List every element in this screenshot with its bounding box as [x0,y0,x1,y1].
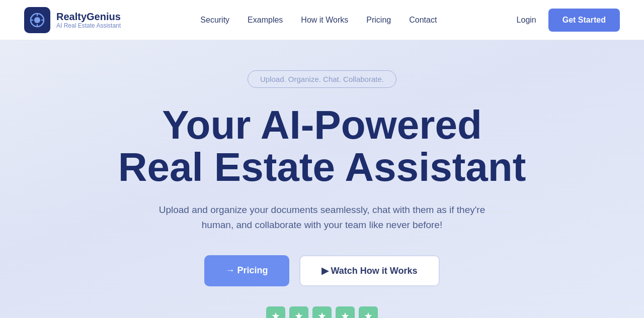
star-4: ★ [336,306,355,318]
pricing-button[interactable]: → Pricing [204,255,289,286]
star-5: ★ [359,306,378,318]
hero-title: Your AI-Powered Real Estate Assistant [118,104,526,188]
login-link[interactable]: Login [517,16,536,25]
star-1: ★ [266,306,285,318]
brand-tagline: AI Real Estate Assistant [56,22,121,29]
hero-title-line2: Real Estate Assistant [118,145,526,189]
nav-how-it-works[interactable]: How it Works [301,16,348,24]
nav-links: Security Examples How it Works Pricing C… [200,16,437,25]
logo-icon [24,7,50,33]
star-ratings: ★ ★ ★ ★ ★ [266,306,378,318]
hero-buttons: → Pricing ▶ Watch How it Works [204,255,439,286]
nav-examples[interactable]: Examples [248,16,283,24]
hero-title-line1: Your AI-Powered [162,102,482,147]
star-2: ★ [289,306,308,318]
logo-text: RealtyGenius AI Real Estate Assistant [56,11,121,29]
star-3: ★ [312,306,332,318]
nav-pricing[interactable]: Pricing [366,16,391,24]
hero-description: Upload and organize your documents seaml… [151,202,493,233]
hero-section: Upload. Organize. Chat. Collaborate. You… [0,40,644,318]
logo[interactable]: RealtyGenius AI Real Estate Assistant [24,7,121,33]
brand-name: RealtyGenius [56,11,121,22]
nav-contact[interactable]: Contact [409,16,437,24]
nav-security[interactable]: Security [200,16,229,24]
watch-how-it-works-button[interactable]: ▶ Watch How it Works [299,255,440,286]
get-started-button[interactable]: Get Started [548,9,620,32]
svg-point-1 [34,17,40,23]
nav-right: Login Get Started [517,9,620,32]
hero-badge: Upload. Organize. Chat. Collaborate. [248,70,396,88]
navbar: RealtyGenius AI Real Estate Assistant Se… [0,0,644,40]
